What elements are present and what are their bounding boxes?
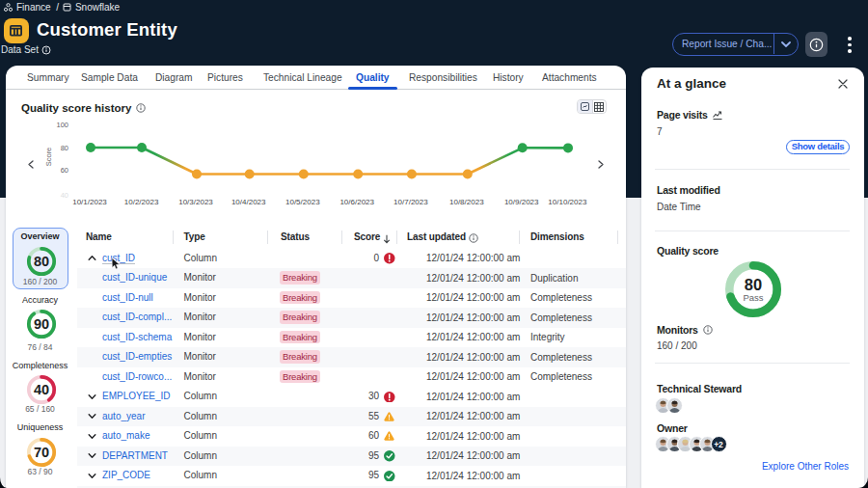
svg-text:70: 70 xyxy=(33,445,48,460)
svg-text:80: 80 xyxy=(34,254,49,269)
svg-text:40: 40 xyxy=(33,382,48,397)
svg-text:Pass: Pass xyxy=(743,292,763,303)
svg-text:80: 80 xyxy=(745,276,762,293)
svg-text:90: 90 xyxy=(33,316,48,332)
